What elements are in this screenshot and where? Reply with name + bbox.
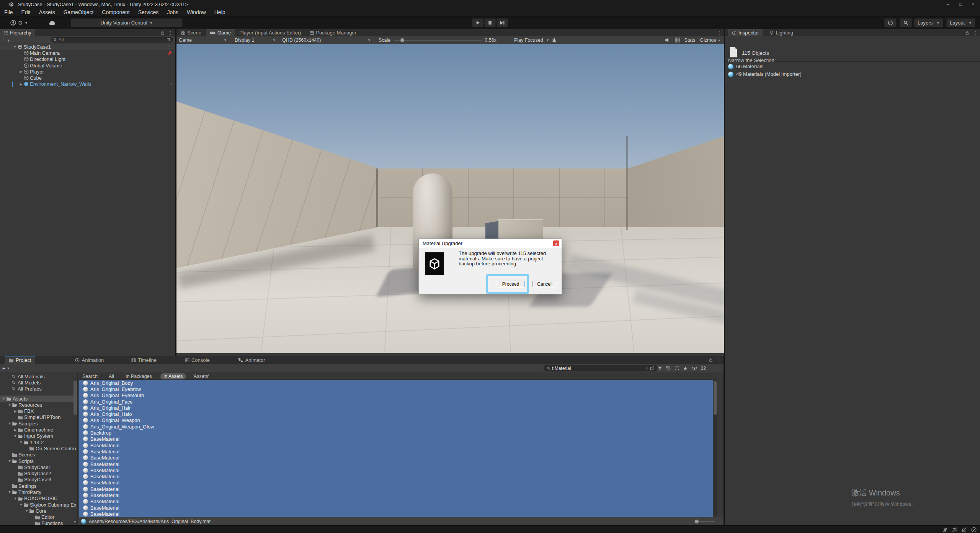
file-list-scrollbar-thumb[interactable]	[714, 381, 717, 415]
favorite-all-prefabs[interactable]: All Prefabs	[0, 386, 77, 392]
check-circle-icon[interactable]	[971, 527, 977, 533]
expander-icon[interactable]: ▼	[24, 509, 29, 513]
expander-icon[interactable]: ▼	[7, 422, 12, 425]
visibility-eye-icon[interactable]	[691, 366, 697, 370]
favorite-all-materials[interactable]: All Materials	[0, 373, 77, 379]
expander-icon[interactable]: ▶	[13, 428, 18, 432]
expander-icon[interactable]: ▶	[18, 82, 24, 86]
asset-basematerial-16[interactable]: BaseMaterial	[79, 480, 717, 486]
asset-basematerial-15[interactable]: BaseMaterial	[79, 473, 717, 479]
folder-on-screen-contro[interactable]: On-Screen Contro	[0, 445, 77, 451]
hierarchy-item-global-volume[interactable]: Global Volume	[0, 62, 175, 69]
tab-game[interactable]: Game	[206, 29, 235, 36]
expander-icon[interactable]: ▼	[13, 434, 18, 438]
undo-history-button[interactable]	[884, 18, 897, 27]
folder-resources[interactable]: ▼Resources	[0, 402, 77, 408]
menu-assets[interactable]: Assets	[35, 8, 59, 16]
tab-animator[interactable]: Animator	[234, 356, 269, 364]
expander-icon[interactable]: ▼	[7, 490, 12, 494]
kebab-menu-icon[interactable]: ⋮	[717, 358, 721, 362]
dialog-title-bar[interactable]: Material Upgrader	[419, 239, 562, 248]
folder-studycase3[interactable]: StudyCase3	[0, 477, 77, 483]
hidden-packages-icon[interactable]	[675, 366, 679, 371]
menu-gameobject[interactable]: GameObject	[59, 8, 98, 16]
hierarchy-search-input[interactable]: All	[51, 37, 173, 43]
asset-basematerial-9[interactable]: BaseMaterial	[79, 436, 717, 442]
favorite-all-models[interactable]: All Models	[0, 379, 77, 386]
folder-boxophobic[interactable]: ▼BOXOPHOBIC	[0, 495, 77, 502]
stats-toggle[interactable]: Stats	[684, 38, 696, 43]
scope-in-packages[interactable]: In Packages	[122, 373, 155, 379]
expander-icon[interactable]: ▼	[13, 497, 18, 500]
selection-group-49-materials-model-importer[interactable]: 49 Materials (Model Importer)	[728, 71, 802, 77]
hierarchy-item-environment-narrow-walls[interactable]: ▶Environment_Narrow_Walls›	[0, 81, 175, 87]
asset-basematerial-19[interactable]: BaseMaterial	[79, 499, 717, 505]
expander-icon[interactable]: ▼	[19, 440, 23, 444]
refresh-disabled-icon[interactable]	[961, 527, 967, 533]
menu-services[interactable]: Services	[134, 8, 163, 16]
lock-icon[interactable]	[709, 358, 713, 362]
asset-basematerial-21[interactable]: BaseMaterial	[79, 511, 717, 517]
folder-core[interactable]: ▼Core	[0, 508, 77, 514]
asset-basematerial-12[interactable]: BaseMaterial	[79, 455, 717, 461]
scope-in-assets[interactable]: In Assets	[160, 373, 186, 379]
scope-all[interactable]: All	[106, 373, 117, 379]
expander-icon[interactable]: ▶	[18, 70, 24, 74]
asset-basematerial-11[interactable]: BaseMaterial	[79, 448, 717, 455]
tab-timeline[interactable]: Timeline	[127, 356, 160, 364]
account-button[interactable]: G ▼	[4, 18, 34, 27]
favorites-star-icon[interactable]: ★	[683, 365, 688, 371]
selection-group-66-materials[interactable]: 66 Materials	[728, 64, 763, 69]
version-control-button[interactable]: Unity Version Control ▼	[71, 18, 183, 27]
asset-basematerial-20[interactable]: BaseMaterial	[79, 505, 717, 511]
proceed-button[interactable]: Proceed	[497, 281, 524, 287]
create-asset-button[interactable]: + ▼	[2, 365, 10, 371]
gizmos-dropdown[interactable]: Gizmos ▼	[700, 38, 721, 43]
asset-basematerial-10[interactable]: BaseMaterial	[79, 442, 717, 448]
asset-aris-original-weapon-glow-7[interactable]: Aris_Original_Weapon_Glow	[79, 423, 717, 430]
filter-by-label-icon[interactable]	[666, 366, 671, 371]
layers-dropdown[interactable]: Layers▼	[914, 18, 943, 27]
asset-backdrop-8[interactable]: Backdrop	[79, 430, 717, 436]
menu-jobs[interactable]: Jobs	[163, 8, 183, 16]
folder-studycase1[interactable]: StudyCase1	[0, 464, 77, 470]
kebab-menu-icon[interactable]: ⋮	[168, 44, 172, 49]
folder-scripts[interactable]: ▼Scripts	[0, 458, 77, 464]
expander-icon[interactable]: ▼	[7, 459, 12, 463]
asset-aris-original-eyebrow-1[interactable]: Aris_Original_Eyebrow	[79, 386, 717, 392]
asset-aris-original-face-3[interactable]: Aris_Original_Face	[79, 399, 717, 405]
expander-icon[interactable]: ▼	[2, 397, 6, 401]
thumbnail-size-slider[interactable]	[694, 521, 715, 522]
thumbnail-size-thumb[interactable]	[695, 520, 699, 523]
chevron-right-icon[interactable]: ›	[171, 82, 172, 87]
hierarchy-item-main-camera[interactable]: Main Camera	[0, 50, 175, 56]
kebab-menu-icon[interactable]: ⋮	[168, 31, 173, 35]
folder-input-system[interactable]: ▼Input System	[0, 433, 77, 439]
display-dropdown[interactable]: Display 1▼	[232, 36, 278, 44]
game-viewport[interactable]	[176, 44, 724, 353]
folder-editor[interactable]: Editor	[0, 514, 77, 520]
asset-basematerial-17[interactable]: BaseMaterial	[79, 486, 717, 492]
display-mode-dropdown[interactable]: Game▼	[176, 36, 229, 44]
expander-icon[interactable]: ▼	[12, 45, 18, 49]
folder-thirdparty[interactable]: ▼ThirdParty	[0, 489, 77, 495]
layout-dropdown[interactable]: Layout▼	[946, 18, 975, 27]
bug-disabled-icon[interactable]	[942, 527, 948, 533]
maximize-button[interactable]: □	[959, 2, 962, 7]
step-button[interactable]	[497, 18, 508, 27]
tab-console[interactable]: Console	[181, 356, 214, 364]
hierarchy-item-cube[interactable]: Cube	[0, 75, 175, 81]
folder-settings[interactable]: Settings	[0, 483, 77, 489]
vsync-grid-icon[interactable]	[675, 38, 680, 43]
lock-icon[interactable]	[160, 31, 165, 35]
hierarchy-item-directional-light[interactable]: Directional Light	[0, 56, 175, 62]
create-add-button[interactable]: + ▼	[2, 37, 10, 43]
filter-by-type-icon[interactable]	[657, 366, 663, 371]
kebab-menu-icon[interactable]: ⋮	[973, 31, 978, 35]
menu-file[interactable]: File	[0, 8, 17, 16]
tab-hierarchy[interactable]: Hierarchy	[0, 29, 35, 36]
menu-help[interactable]: Help	[210, 8, 230, 16]
play-button[interactable]	[472, 18, 483, 27]
open-search-window-icon[interactable]	[167, 38, 171, 42]
mute-audio-icon[interactable]	[665, 38, 670, 43]
